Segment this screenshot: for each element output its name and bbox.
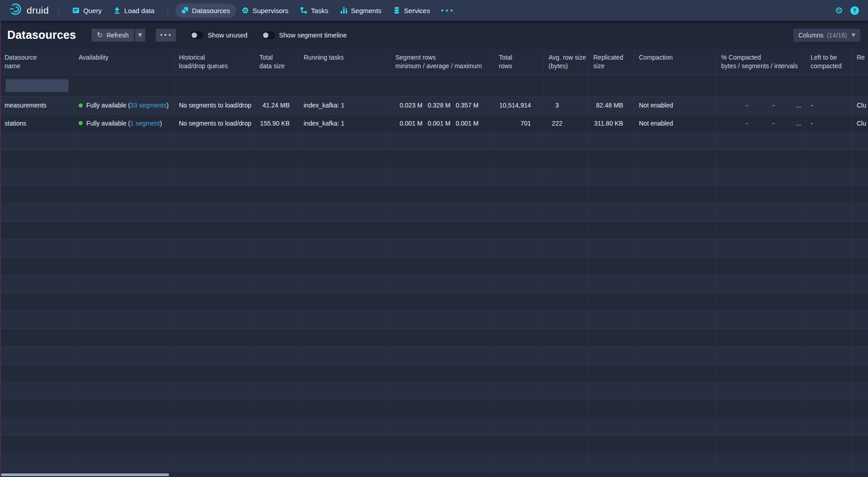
- empty-cell: [494, 222, 544, 239]
- nav-item-datasources[interactable]: Datasources: [175, 4, 236, 18]
- cell-avg-row-size: 3: [544, 97, 589, 114]
- more-actions-button[interactable]: •••: [155, 28, 176, 42]
- datasources-table: Datasourcename Availability Historicallo…: [0, 49, 868, 477]
- empty-cell: [174, 150, 255, 168]
- cell-availability: Fully available (33 segments): [74, 97, 174, 114]
- empty-cell: [717, 382, 806, 400]
- segments-link[interactable]: 1 segment: [130, 120, 160, 127]
- empty-cell: [299, 275, 391, 293]
- empty-cell: [634, 382, 717, 400]
- segments-link[interactable]: 33 segments: [130, 102, 166, 109]
- empty-table-row: [0, 132, 868, 150]
- table-row-measurements[interactable]: measurements Fully available (33 segment…: [0, 97, 868, 115]
- nav-item-query[interactable]: Query: [66, 4, 108, 18]
- empty-cell: [544, 329, 589, 346]
- empty-cell: [0, 168, 74, 186]
- empty-cell: [544, 186, 589, 204]
- header-availability[interactable]: Availability: [74, 49, 174, 74]
- empty-cell: [634, 204, 717, 221]
- empty-cell: [494, 275, 544, 293]
- tasks-icon: [300, 7, 307, 14]
- header-retention[interactable]: Re: [852, 49, 868, 74]
- header-avg-row-size[interactable]: Avg. row size(bytes): [544, 49, 589, 74]
- empty-cell: [391, 382, 494, 400]
- empty-cell: [494, 168, 544, 186]
- empty-table-row: [0, 400, 868, 418]
- cell-total-rows: 10,514,914: [494, 97, 544, 114]
- header-running-tasks[interactable]: Running tasks: [299, 49, 391, 74]
- table-row-stations[interactable]: stations Fully available (1 segment) No …: [0, 115, 868, 133]
- header-replicated-size[interactable]: Replicatedsize: [589, 49, 634, 74]
- header-segment-rows[interactable]: Segment rowsminimum / average / maximum: [391, 49, 494, 74]
- empty-cell: [634, 346, 717, 364]
- empty-cell: [852, 365, 868, 382]
- refresh-button[interactable]: ↻ Refresh: [91, 28, 134, 42]
- empty-cell: [544, 436, 589, 454]
- empty-cell: [0, 132, 74, 150]
- refresh-icon: ↻: [97, 32, 103, 39]
- empty-table-row: [0, 382, 868, 400]
- show-segment-timeline-toggle[interactable]: Show segment timeline: [262, 32, 347, 39]
- nav-item-tasks[interactable]: Tasks: [294, 4, 334, 18]
- show-unused-toggle[interactable]: Show unused: [191, 32, 248, 39]
- empty-cell: [299, 257, 391, 275]
- header-datasource-name[interactable]: Datasourcename: [0, 49, 74, 74]
- header-left-to-be-compacted[interactable]: Left to becompacted: [806, 49, 852, 74]
- empty-cell: [74, 346, 174, 364]
- empty-cell: [299, 311, 391, 328]
- window-left-edge: [0, 21, 1, 477]
- empty-cell: [806, 436, 852, 454]
- empty-cell: [255, 382, 299, 400]
- header-pct-compacted[interactable]: % Compactedbytes / segments / intervals: [717, 49, 806, 74]
- empty-cell: [544, 400, 589, 418]
- cell-compaction: Not enabled: [634, 97, 717, 114]
- header-total-data-size[interactable]: Totaldata size: [255, 49, 299, 74]
- empty-table-row: [0, 257, 868, 276]
- empty-table-row: [0, 168, 868, 186]
- table-filter-row: [0, 75, 868, 97]
- empty-cell: [806, 400, 852, 418]
- empty-cell: [174, 132, 255, 150]
- empty-cell: [717, 311, 806, 328]
- empty-cell: [74, 239, 174, 257]
- header-total-rows[interactable]: Totalrows: [494, 49, 544, 74]
- empty-cell: [806, 311, 852, 328]
- empty-cell: [544, 132, 589, 150]
- empty-cell: [299, 204, 391, 221]
- empty-cell: [589, 400, 634, 418]
- horizontal-scrollbar-thumb[interactable]: [1, 473, 169, 476]
- empty-cell: [391, 436, 494, 454]
- empty-cell: [255, 239, 299, 257]
- nav-item-services[interactable]: Services: [387, 4, 436, 18]
- empty-cell: [589, 275, 634, 293]
- empty-table-row: [0, 239, 868, 257]
- nav-item-segments[interactable]: Segments: [334, 4, 388, 18]
- empty-table-row: [0, 150, 868, 168]
- druid-logo[interactable]: druid: [6, 3, 52, 18]
- nav-item-load-data[interactable]: Load data: [108, 4, 160, 18]
- empty-cell: [255, 168, 299, 186]
- empty-cell: [174, 257, 255, 275]
- empty-cell: [717, 275, 806, 293]
- nav-more-button[interactable]: •••: [436, 4, 459, 17]
- empty-cell: [544, 150, 589, 168]
- refresh-interval-dropdown-button[interactable]: ▼: [135, 28, 145, 42]
- nav-item-label: Datasources: [192, 7, 230, 14]
- columns-picker-button[interactable]: Columns (14/16) ▼: [793, 28, 861, 42]
- empty-cell: [255, 293, 299, 311]
- settings-gear-icon[interactable]: ⚙: [835, 6, 843, 15]
- empty-cell: [299, 168, 391, 186]
- help-icon[interactable]: ?: [850, 6, 859, 15]
- empty-cell: [299, 436, 391, 454]
- empty-cell: [391, 239, 494, 257]
- empty-cell: [852, 222, 868, 239]
- datasource-name-filter-input[interactable]: [5, 79, 69, 92]
- nav-item-supervisors[interactable]: Supervisors: [236, 4, 294, 18]
- empty-cell: [255, 346, 299, 364]
- header-historical-queues[interactable]: Historicalload/drop queues: [174, 49, 255, 74]
- empty-cell: [494, 204, 544, 221]
- empty-cell: [544, 454, 589, 471]
- cell-avg-row-size: 222: [544, 115, 589, 132]
- header-compaction[interactable]: Compaction: [634, 49, 717, 74]
- empty-cell: [494, 329, 544, 346]
